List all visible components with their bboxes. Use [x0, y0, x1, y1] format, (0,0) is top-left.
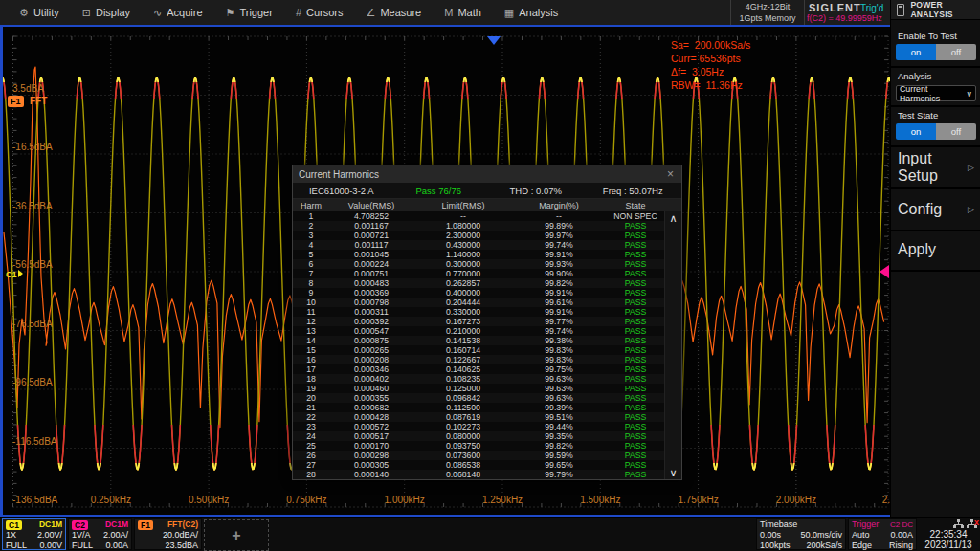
- scroll-up-icon[interactable]: ∧: [665, 211, 681, 225]
- state-cell: PASS: [605, 307, 666, 317]
- value-cell: 0.300000: [413, 259, 513, 269]
- value-cell: 0.122667: [413, 355, 513, 364]
- x-axis-label: 0.250kHz: [91, 495, 131, 505]
- pass-count: Pass 76/76: [390, 186, 488, 196]
- channel-badge: F1: [138, 520, 153, 530]
- table-row[interactable]: 30.0007212.30000099.97%PASS: [293, 231, 666, 240]
- table-row[interactable]: 190.0004600.12500099.63%PASS: [293, 384, 666, 393]
- table-row[interactable]: 250.0001700.09375099.82%PASS: [293, 441, 666, 451]
- table-row[interactable]: 14.708252----NON SPEC: [293, 211, 666, 221]
- menu-item-math[interactable]: MMath: [433, 0, 493, 25]
- value-cell: 0.112500: [413, 403, 513, 412]
- trigger-level-icon[interactable]: [880, 265, 889, 278]
- table-row[interactable]: 180.0004020.10823599.63%PASS: [293, 374, 666, 384]
- menu-item-trigger[interactable]: ⚑Trigger: [214, 0, 284, 25]
- value-cell: 15: [293, 345, 329, 355]
- value-cell: 99.89%: [513, 221, 605, 231]
- value-cell: 99.63%: [513, 374, 605, 384]
- table-body: 14.708252----NON SPEC20.0011671.08000099…: [293, 211, 666, 479]
- table-row[interactable]: 60.0002240.30000099.93%PASS: [293, 259, 666, 269]
- menu-item-label: Math: [457, 7, 480, 18]
- channel-box-c2[interactable]: C2DC1M1V/A2.00A/FULL0.00A: [68, 518, 132, 550]
- trigger-box[interactable]: TriggerC2 DC Auto0.00A EdgeRising: [848, 518, 917, 550]
- table-row[interactable]: 260.0002980.07360099.59%PASS: [293, 451, 666, 460]
- menu-item-display[interactable]: ⊡Display: [71, 0, 142, 25]
- spec-memory: 1Gpts Memory: [731, 12, 804, 24]
- table-row[interactable]: 170.0003460.14062599.75%PASS: [293, 364, 666, 374]
- value-cell: 99.75%: [513, 364, 605, 374]
- scroll-down-icon[interactable]: ∨: [665, 466, 681, 479]
- value-cell: 4: [293, 240, 329, 250]
- value-cell: 0.086538: [413, 460, 513, 470]
- config-button[interactable]: Config ▷: [891, 200, 980, 219]
- input-setup-button[interactable]: Input Setup ▷: [891, 158, 980, 177]
- x-axis-label: 2.000kHz: [776, 495, 816, 505]
- f1-fft-label: FFT: [30, 96, 47, 107]
- table-row[interactable]: 50.0010451.14000099.91%PASS: [293, 250, 666, 259]
- acquire-icon: ∿: [153, 8, 162, 18]
- channel-bandwidth: FULL: [6, 540, 27, 551]
- table-row[interactable]: 40.0011170.43000099.74%PASS: [293, 240, 666, 250]
- table-row[interactable]: 220.0004280.08761999.51%PASS: [293, 412, 666, 422]
- state-cell: PASS: [605, 431, 666, 441]
- menu-item-acquire[interactable]: ∿Acquire: [142, 0, 214, 25]
- table-scrollbar[interactable]: ∧ ∨: [664, 211, 681, 479]
- table-row[interactable]: 100.0007980.20444499.61%PASS: [293, 298, 666, 307]
- table-row[interactable]: 80.0004830.26285799.82%PASS: [293, 278, 666, 288]
- test-state-on-button[interactable]: on: [896, 123, 936, 140]
- table-row[interactable]: 140.0008750.14153899.38%PASS: [293, 336, 666, 345]
- enable-off-button[interactable]: off: [936, 44, 976, 60]
- f1-badge[interactable]: F1: [8, 96, 24, 107]
- channel-box-c1[interactable]: C1DC1M1X2.00V/FULL0.00V: [2, 518, 66, 550]
- value-cell: 11: [293, 307, 329, 317]
- menu-item-label: Acquire: [167, 7, 202, 18]
- table-row[interactable]: 230.0005720.10227399.44%PASS: [293, 422, 666, 431]
- timebase-rate: 200kSa/s: [806, 540, 842, 551]
- coupling-label: DC1M: [39, 519, 62, 530]
- status-bar: C1DC1M1X2.00V/FULL0.00VC2DC1M1V/A2.00A/F…: [0, 517, 980, 551]
- value-cell: 1: [293, 211, 329, 221]
- table-row[interactable]: 200.0003550.09684299.63%PASS: [293, 393, 666, 403]
- trigger-status: Trig'd: [860, 3, 883, 13]
- value-cell: 0.000170: [329, 441, 413, 451]
- table-row[interactable]: 270.0003050.08653899.65%PASS: [293, 460, 666, 470]
- table-row[interactable]: 160.0002080.12266799.83%PASS: [293, 355, 666, 364]
- table-row[interactable]: 150.0002650.16071499.83%PASS: [293, 345, 666, 355]
- menu-item-measure[interactable]: ∠Measure: [355, 0, 434, 25]
- analysis-dropdown[interactable]: Current Harmonics ∨: [896, 85, 976, 101]
- clock-area: x 22:35:34 2023/11/13: [918, 518, 979, 551]
- test-state-off-button[interactable]: off: [936, 123, 976, 140]
- menu-item-analysis[interactable]: ▦Analysis: [493, 0, 569, 25]
- menu-item-utility[interactable]: ⚙Utility: [8, 0, 71, 25]
- table-row[interactable]: 120.0003920.16727399.77%PASS: [293, 317, 666, 326]
- close-icon[interactable]: ×: [665, 168, 676, 180]
- freq-value: Freq : 50.07Hz: [585, 186, 682, 196]
- c1-ground-marker[interactable]: C1: [6, 269, 23, 280]
- menu-item-cursors[interactable]: #Cursors: [284, 0, 355, 25]
- table-row[interactable]: 70.0007510.77000099.90%PASS: [293, 269, 666, 278]
- value-cell: 0.068148: [413, 470, 513, 479]
- enable-on-button[interactable]: on: [896, 44, 936, 60]
- value-cell: 0.080000: [413, 431, 513, 441]
- table-row[interactable]: 130.0005470.21000099.74%PASS: [293, 326, 666, 336]
- table-row[interactable]: 280.0001400.06814899.79%PASS: [293, 470, 666, 479]
- value-cell: 0.108235: [413, 374, 513, 384]
- trigger-position-icon[interactable]: [487, 36, 501, 45]
- table-row[interactable]: 210.0006820.11250099.39%PASS: [293, 403, 666, 412]
- y-axis-label: 3.5dBA: [12, 83, 44, 94]
- channel-box-f1[interactable]: F1FFT(C2)20.0dBA/23.5dBA: [134, 518, 202, 550]
- apply-button[interactable]: Apply: [891, 240, 980, 259]
- standard-label: IEC61000-3-2 A: [293, 186, 390, 196]
- table-row[interactable]: 20.0011671.08000099.89%PASS: [293, 221, 666, 231]
- table-row[interactable]: 110.0003110.33000099.91%PASS: [293, 307, 666, 317]
- menu-item-label: Measure: [380, 7, 421, 18]
- table-row[interactable]: 240.0005170.08000099.35%PASS: [293, 431, 666, 441]
- value-cell: 0.000311: [329, 307, 413, 317]
- table-row[interactable]: 90.0003690.40000099.91%PASS: [293, 288, 666, 298]
- add-channel-button[interactable]: +: [204, 519, 269, 551]
- utility-icon: ⚙: [19, 8, 29, 18]
- frequency-counter: f(C2) = 49.99959Hz: [807, 13, 882, 23]
- column-header: State: [605, 201, 666, 210]
- timebase-box[interactable]: Timebase 0.00s50.0ms/div 100kpts200kSa/s: [756, 518, 846, 550]
- value-cell: 99.90%: [513, 269, 605, 278]
